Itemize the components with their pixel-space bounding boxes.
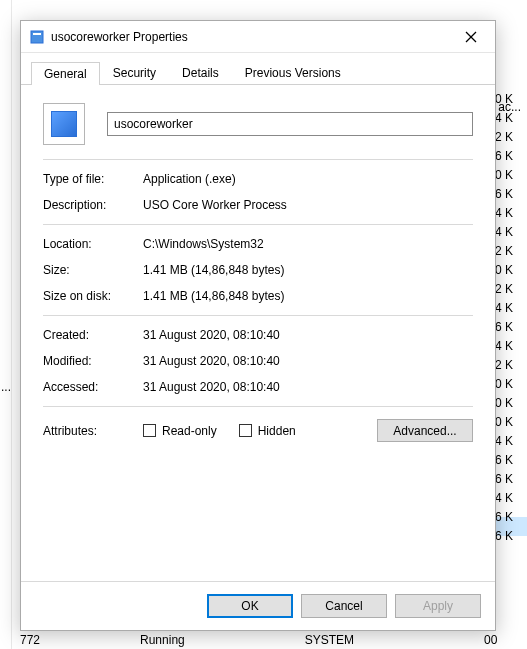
bg-memory-cell: 0 K: [491, 394, 527, 413]
bg-memory-cell: 6 K: [491, 147, 527, 166]
bg-user: SYSTEM: [305, 633, 354, 647]
ok-button[interactable]: OK: [207, 594, 293, 618]
label-location: Location:: [43, 237, 143, 251]
label-size-on-disk: Size on disk:: [43, 289, 143, 303]
divider: [43, 406, 473, 407]
bg-status: Running: [140, 633, 185, 647]
value-created: 31 August 2020, 08:10:40: [143, 328, 473, 342]
bg-memory-cell: 6 K: [491, 451, 527, 470]
tab-general[interactable]: General: [31, 62, 100, 85]
checkbox-readonly-label: Read-only: [162, 424, 217, 438]
value-accessed: 31 August 2020, 08:10:40: [143, 380, 473, 394]
bg-cpu: 00: [484, 633, 497, 647]
cancel-button[interactable]: Cancel: [301, 594, 387, 618]
value-size-on-disk: 1.41 MB (14,86,848 bytes): [143, 289, 473, 303]
bg-memory-cell: 2 K: [491, 242, 527, 261]
label-accessed: Accessed:: [43, 380, 143, 394]
checkbox-box-icon: [239, 424, 252, 437]
tab-details[interactable]: Details: [169, 61, 232, 84]
label-modified: Modified:: [43, 354, 143, 368]
app-icon: [29, 29, 45, 45]
bg-memory-cell: 6 K: [491, 527, 527, 546]
bg-memory-cell: 4 K: [491, 109, 527, 128]
dialog-footer: OK Cancel Apply: [21, 581, 495, 630]
close-button[interactable]: [449, 22, 493, 52]
divider: [43, 315, 473, 316]
bg-memory-cell: 0 K: [491, 166, 527, 185]
name-row: [43, 103, 473, 145]
bg-memory-cell: 0 K: [491, 413, 527, 432]
close-icon: [465, 31, 477, 43]
row-description: Description: USO Core Worker Process: [43, 198, 473, 212]
bg-memory-cell: 2 K: [491, 280, 527, 299]
divider: [43, 224, 473, 225]
label-created: Created:: [43, 328, 143, 342]
advanced-button[interactable]: Advanced...: [377, 419, 473, 442]
bg-left-edge: [0, 0, 12, 649]
label-attributes: Attributes:: [43, 424, 143, 438]
svg-rect-1: [33, 33, 41, 35]
row-location: Location: C:\Windows\System32: [43, 237, 473, 251]
tab-body-general: Type of file: Application (.exe) Descrip…: [21, 85, 495, 581]
bg-memory-cell: 4 K: [491, 432, 527, 451]
tabstrip: General Security Details Previous Versio…: [21, 53, 495, 85]
row-type: Type of file: Application (.exe): [43, 172, 473, 186]
bg-memory-cell: 4 K: [491, 299, 527, 318]
window-title: usocoreworker Properties: [51, 30, 449, 44]
checkbox-hidden[interactable]: Hidden: [239, 424, 296, 438]
row-modified: Modified: 31 August 2020, 08:10:40: [43, 354, 473, 368]
bg-memory-cell: 6 K: [491, 318, 527, 337]
bg-memory-cell: 0 K: [491, 261, 527, 280]
row-attributes: Attributes: Read-only Hidden Advanced...: [43, 419, 473, 442]
value-modified: 31 August 2020, 08:10:40: [143, 354, 473, 368]
bg-memory-cell: 6 K: [491, 470, 527, 489]
checkbox-box-icon: [143, 424, 156, 437]
row-created: Created: 31 August 2020, 08:10:40: [43, 328, 473, 342]
tab-previous-versions[interactable]: Previous Versions: [232, 61, 354, 84]
titlebar: usocoreworker Properties: [21, 21, 495, 53]
exe-icon: [51, 111, 77, 137]
row-accessed: Accessed: 31 August 2020, 08:10:40: [43, 380, 473, 394]
apply-button[interactable]: Apply: [395, 594, 481, 618]
bg-memory-cell: 6 K: [491, 508, 527, 527]
bg-left-ellipsis: ...: [1, 380, 11, 394]
value-type: Application (.exe): [143, 172, 473, 186]
label-type: Type of file:: [43, 172, 143, 186]
label-size: Size:: [43, 263, 143, 277]
value-size: 1.41 MB (14,86,848 bytes): [143, 263, 473, 277]
checkbox-readonly[interactable]: Read-only: [143, 424, 217, 438]
row-size-on-disk: Size on disk: 1.41 MB (14,86,848 bytes): [43, 289, 473, 303]
bg-memory-cell: 4 K: [491, 204, 527, 223]
bg-memory-cell: 4 K: [491, 489, 527, 508]
bg-memory-cell: 6 K: [491, 185, 527, 204]
checkbox-hidden-label: Hidden: [258, 424, 296, 438]
divider: [43, 159, 473, 160]
file-type-icon: [43, 103, 85, 145]
bg-memory-column: 0 K4 K2 K6 K0 K6 K4 K4 K2 K0 K2 K4 K6 K4…: [491, 0, 527, 649]
bg-pid: 772: [20, 633, 40, 647]
label-description: Description:: [43, 198, 143, 212]
svg-rect-0: [31, 31, 43, 43]
value-location: C:\Windows\System32: [143, 237, 473, 251]
tab-security[interactable]: Security: [100, 61, 169, 84]
bg-memory-cell: 2 K: [491, 356, 527, 375]
bg-memory-cell: 2 K: [491, 128, 527, 147]
bg-memory-cell: 4 K: [491, 337, 527, 356]
bg-memory-cell: 0 K: [491, 375, 527, 394]
bg-memory-cell: 4 K: [491, 223, 527, 242]
properties-dialog: usocoreworker Properties General Securit…: [20, 20, 496, 631]
bg-bottom-row: 772 Running SYSTEM 00: [20, 633, 497, 647]
bg-memory-cell: 0 K: [491, 90, 527, 109]
row-size: Size: 1.41 MB (14,86,848 bytes): [43, 263, 473, 277]
file-name-input[interactable]: [107, 112, 473, 136]
value-description: USO Core Worker Process: [143, 198, 473, 212]
